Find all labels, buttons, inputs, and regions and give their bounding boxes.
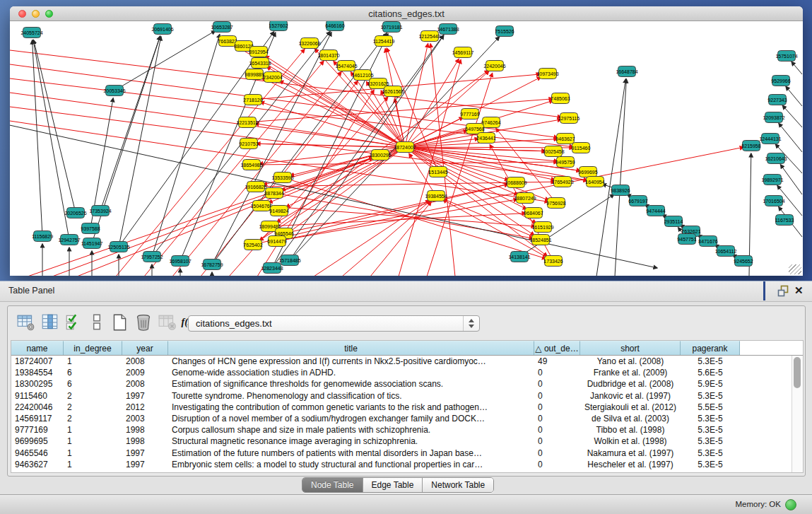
paper-node[interactable]: 19892971 xyxy=(761,175,783,185)
paper-node[interactable]: 14138141 xyxy=(508,252,530,262)
paper-node[interactable]: 20053346 xyxy=(103,86,125,96)
tab-network-table[interactable]: Network Table xyxy=(423,478,493,492)
network-window[interactable]: citations_edges.txt 18724007183002957663… xyxy=(10,6,803,276)
citation-edge[interactable] xyxy=(77,158,373,276)
citation-edge[interactable] xyxy=(792,62,802,74)
column-header-4[interactable]: △ out_de… xyxy=(534,341,580,355)
column-header-3[interactable]: title xyxy=(168,341,534,355)
paper-node[interactable]: 17353924 xyxy=(89,206,111,216)
table-row[interactable]: 946362711997Embryonic stem cells: a mode… xyxy=(11,459,792,470)
paper-node[interactable]: 1167533 xyxy=(775,215,794,226)
citation-edge[interactable] xyxy=(615,79,626,276)
paper-node[interactable]: 1640954 xyxy=(585,177,604,187)
scrollbar-thumb[interactable] xyxy=(794,357,801,388)
paper-node[interactable]: 17957252 xyxy=(141,252,163,262)
paper-node[interactable]: 12213512 xyxy=(236,117,258,128)
paper-node[interactable]: 10025458 xyxy=(542,146,564,157)
paper-node[interactable]: 9838926 xyxy=(611,185,630,196)
table-row[interactable]: 2242004622012Investigating the contribut… xyxy=(11,402,792,413)
citation-edge[interactable] xyxy=(314,200,430,276)
paper-node[interactable]: 20691406 xyxy=(151,24,173,35)
paper-node[interactable]: 18724007 xyxy=(394,142,416,153)
citation-edge[interactable] xyxy=(250,50,400,144)
paper-node[interactable]: 1527602 xyxy=(269,21,288,31)
paper-node[interactable]: 17016504 xyxy=(763,196,784,206)
close-panel-icon[interactable]: ✕ xyxy=(794,284,804,297)
paper-node[interactable]: 15474045 xyxy=(335,61,357,71)
citation-edge[interactable] xyxy=(370,202,431,276)
paper-node[interactable]: 9397588 xyxy=(81,223,100,234)
tab-edge-table[interactable]: Edge Table xyxy=(363,478,423,492)
paper-node[interactable]: 16648784 xyxy=(616,66,637,77)
paper-node[interactable]: 12823448 xyxy=(261,263,283,274)
paper-node[interactable]: 11451947 xyxy=(81,238,103,249)
paper-node[interactable]: 6679197 xyxy=(628,196,647,206)
paper-node[interactable]: 9756928 xyxy=(546,198,565,209)
citation-edge[interactable] xyxy=(265,56,400,144)
citation-edge[interactable] xyxy=(496,129,553,199)
table-row[interactable]: 946554611997Estimation of the future num… xyxy=(11,448,792,459)
paper-node[interactable]: 9777169 xyxy=(460,109,479,119)
paper-node[interactable]: 9529966 xyxy=(771,76,790,86)
column-settings-icon[interactable] xyxy=(40,313,60,332)
paper-node[interactable]: 12505135 xyxy=(107,242,129,252)
citation-edge[interactable] xyxy=(144,61,324,276)
paper-node[interactable]: 9245652 xyxy=(734,256,753,267)
paper-node[interactable]: 11156829 xyxy=(32,231,53,242)
paper-node[interactable]: 1733426 xyxy=(543,256,563,267)
paper-node[interactable]: 10719181 xyxy=(380,22,402,33)
paper-node[interactable]: 7515526 xyxy=(495,26,514,37)
column-header-2[interactable]: year xyxy=(122,341,168,355)
paper-node[interactable]: 19166825 xyxy=(245,182,266,192)
table-row[interactable]: 1938455462009Genome-wide association stu… xyxy=(11,367,792,378)
paper-node[interactable]: 9899889 xyxy=(245,69,264,80)
column-header-6[interactable]: pagerank xyxy=(681,341,740,355)
paper-node[interactable]: 8912954 xyxy=(249,47,268,57)
paper-node[interactable]: 6914479 xyxy=(267,236,286,247)
paper-node[interactable]: 18524851 xyxy=(529,235,551,245)
paper-node[interactable]: 9227343 xyxy=(767,95,787,105)
delete-rows-icon[interactable] xyxy=(134,313,153,332)
paper-node[interactable]: 17654923 xyxy=(551,177,573,187)
table-row[interactable]: 1830029562008Estimation of significance … xyxy=(11,378,792,390)
citation-edge[interactable] xyxy=(153,35,219,252)
paper-node[interactable]: 15718485 xyxy=(278,255,300,266)
citation-edge[interactable] xyxy=(257,162,558,165)
paper-node[interactable]: 1513445 xyxy=(428,167,447,177)
paper-node[interactable]: 12942757 xyxy=(58,235,80,245)
table-row[interactable]: 911546021997Tourette syndrome. Phenomeno… xyxy=(11,390,792,402)
tab-node-table[interactable]: Node Table xyxy=(302,478,363,492)
paper-node[interactable]: 16261563 xyxy=(382,86,404,97)
paper-node[interactable]: 18654985 xyxy=(240,160,262,170)
paper-node[interactable]: 8878344 xyxy=(264,188,283,199)
paper-node[interactable]: 9463627 xyxy=(555,134,575,144)
paper-node[interactable]: 10653287 xyxy=(211,22,233,33)
resize-grip[interactable] xyxy=(789,264,801,274)
paper-node[interactable]: 16151929 xyxy=(531,222,553,233)
paper-node[interactable]: 16543318 xyxy=(249,58,271,69)
network-canvas[interactable]: 1872400718300295766382288601288912954165… xyxy=(10,21,803,276)
window-titlebar[interactable]: citations_edges.txt xyxy=(10,6,803,21)
paper-node[interactable]: 10654112 xyxy=(715,246,737,257)
paper-node[interactable]: 8215958 xyxy=(741,141,760,151)
paper-node[interactable]: 7625402 xyxy=(243,240,262,250)
paper-node[interactable]: 9474444 xyxy=(646,206,665,216)
column-header-5[interactable]: short xyxy=(580,341,681,355)
paper-node[interactable]: 9149824 xyxy=(269,206,288,216)
paper-node[interactable]: 22420046 xyxy=(483,61,505,71)
citation-edge[interactable] xyxy=(119,31,216,88)
paper-node[interactable]: 7485063 xyxy=(551,93,570,104)
paper-node[interactable]: 6466160 xyxy=(325,21,344,31)
paper-node[interactable]: 14671388 xyxy=(437,24,459,35)
table-row[interactable]: 969969511998Structural magnetic resonanc… xyxy=(11,436,792,447)
paper-node[interactable]: 2342004 xyxy=(263,72,282,83)
row-height-icon[interactable] xyxy=(87,313,107,332)
paper-node[interactable]: 10688609 xyxy=(505,177,526,188)
paper-node[interactable]: 2436441 xyxy=(476,133,495,144)
paper-node[interactable]: 16782759 xyxy=(201,259,223,270)
citation-edge[interactable] xyxy=(10,107,587,181)
paper-node[interactable]: 18807249 xyxy=(514,193,536,204)
paper-node[interactable]: 10973493 xyxy=(536,69,558,79)
citation-edge[interactable] xyxy=(259,185,509,244)
paper-node[interactable]: 14569117 xyxy=(452,47,474,58)
